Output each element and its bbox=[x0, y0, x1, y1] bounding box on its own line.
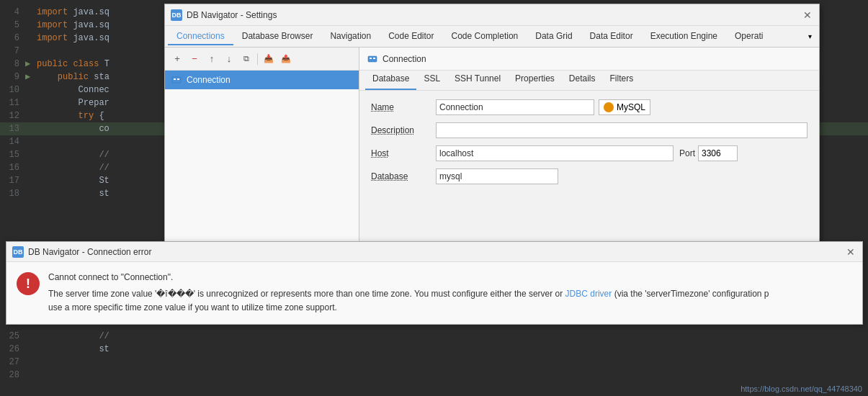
settings-dialog-titlebar: DB DB Navigator - Settings ✕ bbox=[165, 4, 819, 26]
connections-panel: + − ↑ ↓ ⧉ 📥 📤 bbox=[165, 48, 359, 260]
import-button[interactable]: 📥 bbox=[261, 51, 277, 67]
name-input[interactable] bbox=[436, 99, 594, 115]
error-dialog-title: DB Navigator - Connection error bbox=[28, 247, 151, 257]
description-row: Description bbox=[371, 122, 807, 138]
svg-rect-4 bbox=[370, 58, 372, 59]
error-detail-line2: use a more specific time zone value if y… bbox=[48, 302, 337, 312]
host-label: Host bbox=[371, 148, 436, 158]
export-button[interactable]: 📤 bbox=[278, 51, 294, 67]
tab-code-editor[interactable]: Code Editor bbox=[380, 28, 442, 45]
host-input[interactable] bbox=[436, 145, 674, 161]
status-url: https://blog.csdn.net/qq_44748340 bbox=[741, 384, 862, 393]
db-type-button[interactable]: MySQL bbox=[599, 99, 650, 115]
sub-tab-ssl[interactable]: SSL bbox=[416, 71, 447, 90]
move-down-button[interactable]: ↓ bbox=[221, 51, 237, 67]
db-type-label: MySQL bbox=[617, 102, 645, 112]
settings-close-button[interactable]: ✕ bbox=[802, 9, 813, 21]
settings-tab-bar: Connections Database Browser Navigation … bbox=[165, 26, 819, 48]
port-label: Port bbox=[679, 148, 695, 158]
toolbar-separator bbox=[257, 53, 258, 65]
sub-tab-properties[interactable]: Properties bbox=[508, 71, 562, 90]
name-row: Name MySQL bbox=[371, 99, 807, 115]
tab-connections[interactable]: Connections bbox=[168, 28, 233, 45]
error-icon: ! bbox=[17, 272, 40, 295]
database-label: Database bbox=[371, 171, 436, 181]
jdbc-driver-link[interactable]: JDBC driver bbox=[565, 289, 612, 299]
mysql-icon bbox=[604, 102, 614, 112]
connection-item[interactable]: Connection bbox=[165, 71, 359, 89]
svg-rect-1 bbox=[174, 78, 176, 80]
remove-connection-button[interactable]: − bbox=[187, 51, 202, 67]
move-up-button[interactable]: ↑ bbox=[204, 51, 220, 67]
error-text: Cannot connect to "Connection". The serv… bbox=[48, 271, 769, 315]
database-input[interactable] bbox=[436, 168, 558, 184]
error-dialog: DB DB Navigator - Connection error ✕ ! C… bbox=[6, 241, 863, 325]
settings-dialog: DB DB Navigator - Settings ✕ Connections… bbox=[164, 4, 820, 261]
copy-button[interactable]: ⧉ bbox=[238, 51, 254, 67]
svg-rect-3 bbox=[368, 56, 377, 62]
error-dialog-db-icon: DB bbox=[12, 246, 24, 258]
host-row: Host Port bbox=[371, 145, 807, 161]
connection-form: Name MySQL Description bbox=[359, 91, 819, 260]
tab-operati[interactable]: Operati bbox=[726, 28, 771, 45]
details-header-icon bbox=[367, 53, 378, 65]
connection-list: Connection bbox=[165, 71, 359, 260]
svg-rect-0 bbox=[172, 77, 181, 83]
connections-toolbar: + − ↑ ↓ ⧉ 📥 📤 bbox=[165, 48, 359, 71]
svg-rect-5 bbox=[373, 58, 375, 59]
error-detail-message: The server time zone value '�î���' is un… bbox=[48, 287, 769, 315]
tab-execution-engine[interactable]: Execution Engine bbox=[642, 28, 726, 45]
db-navigator-icon: DB bbox=[171, 9, 182, 21]
error-content: ! Cannot connect to "Connection". The se… bbox=[6, 262, 862, 324]
connection-item-icon bbox=[171, 74, 182, 86]
tab-more-button[interactable]: ▾ bbox=[804, 30, 816, 43]
error-titlebar: DB DB Navigator - Connection error ✕ bbox=[6, 242, 862, 262]
error-main-message: Cannot connect to "Connection". bbox=[48, 271, 769, 284]
details-sub-tab-bar: Database SSL SSH Tunnel Properties Detai… bbox=[359, 71, 819, 91]
tab-database-browser[interactable]: Database Browser bbox=[233, 28, 322, 45]
sub-tab-filters[interactable]: Filters bbox=[603, 71, 641, 90]
details-panel: Connection Database SSL SSH Tunnel Prope… bbox=[359, 48, 819, 260]
sub-tab-database[interactable]: Database bbox=[365, 71, 416, 90]
sub-tab-ssh-tunnel[interactable]: SSH Tunnel bbox=[447, 71, 508, 90]
description-input[interactable] bbox=[436, 122, 807, 138]
svg-rect-2 bbox=[177, 78, 179, 80]
database-row: Database bbox=[371, 168, 807, 184]
tab-data-grid[interactable]: Data Grid bbox=[527, 28, 581, 45]
connection-item-label: Connection bbox=[187, 75, 231, 85]
tab-code-completion[interactable]: Code Completion bbox=[443, 28, 527, 45]
settings-dialog-title: DB Navigator - Settings bbox=[187, 10, 277, 20]
port-input[interactable] bbox=[698, 145, 738, 161]
tab-data-editor[interactable]: Data Editor bbox=[581, 28, 642, 45]
sub-tab-details[interactable]: Details bbox=[562, 71, 603, 90]
name-field-group: MySQL bbox=[436, 99, 807, 115]
add-connection-button[interactable]: + bbox=[169, 51, 185, 67]
error-close-button[interactable]: ✕ bbox=[845, 246, 856, 258]
details-header: Connection bbox=[359, 48, 819, 71]
tab-navigation[interactable]: Navigation bbox=[321, 28, 380, 45]
status-bar: https://blog.csdn.net/qq_44748340 bbox=[0, 382, 868, 396]
name-label: Name bbox=[371, 102, 436, 112]
details-header-title: Connection bbox=[382, 54, 426, 64]
description-label: Description bbox=[371, 125, 436, 135]
settings-content: + − ↑ ↓ ⧉ 📥 📤 bbox=[165, 48, 819, 260]
